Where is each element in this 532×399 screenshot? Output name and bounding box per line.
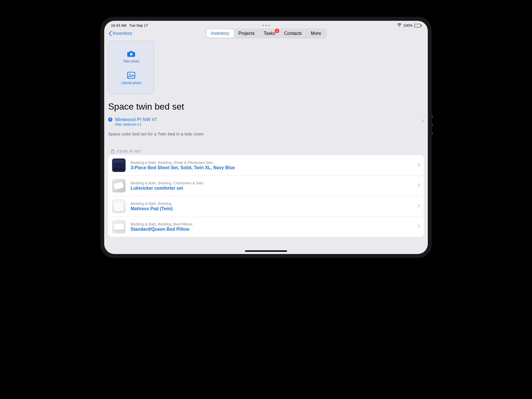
back-button[interactable]: Inventory [108,31,132,36]
battery-percent: 100% [403,23,413,28]
section-header: ITEMS IN SET [108,149,424,155]
list-item[interactable]: Bedding & Bath, Bedding Mattress Pad (Tw… [108,196,424,217]
tab-more[interactable]: More [306,29,326,38]
item-category: Bedding & Bath, Bedding, Sheet & Pillowc… [131,160,413,165]
tasks-badge: 1 [274,29,279,33]
chevron-left-icon [108,31,112,36]
list-item[interactable]: Bedding & Bath, Bedding, Bed Pillows Sta… [108,217,424,237]
segmented-control: Inventory Projects Tasks 1 Contacts More [206,28,326,38]
items-list: Bedding & Bath, Bedding, Sheet & Pillowc… [108,155,424,237]
status-time: 10:43 AM [111,23,126,28]
chevron-right-icon [418,204,420,209]
item-description: Space color bed set for a Twin bed in a … [108,132,424,137]
take-photo-button[interactable]: Take photo [123,50,140,63]
status-date: Tue Sep 17 [129,23,148,28]
tab-projects[interactable]: Projects [234,29,259,38]
upload-photo-label: Upload photo [121,81,141,85]
tab-inventory[interactable]: Inventory [206,29,234,38]
svg-point-1 [130,53,132,55]
screen: 10:43 AM Tue Sep 17 100% Inventory [104,21,428,254]
bag-icon [111,149,114,153]
chevron-right-icon [418,183,420,188]
item-thumbnail [112,220,126,233]
item-category: Bedding & Bath, Bedding, Bed Pillows [131,222,413,226]
nav-bar: Inventory Inventory Projects Tasks 1 Con… [104,29,428,39]
status-bar: 10:43 AM Tue Sep 17 100% [104,21,428,29]
device-side-buttons [432,115,433,140]
item-thumbnail [112,158,126,172]
list-item[interactable]: Bedding & Bath, Bedding, Sheet & Pillowc… [108,155,424,176]
location-primary: Mintwood Pl NW #7 [115,117,157,123]
tab-contacts[interactable]: Contacts [279,29,306,38]
wifi-icon [397,23,402,28]
image-icon [127,72,135,80]
device-frame: 10:43 AM Tue Sep 17 100% Inventory [100,17,432,258]
chevron-right-icon [422,119,424,124]
chevron-right-icon [418,224,420,229]
back-label: Inventory [113,31,132,36]
item-name: Luktvicker comforter set [131,186,413,191]
svg-point-4 [110,120,111,121]
item-title: Space twin bed set [108,101,424,112]
list-item[interactable]: Bedding & Bath, Bedding, Comforters & Se… [108,176,424,196]
camera-icon [127,50,135,58]
item-category: Bedding & Bath, Bedding, Comforters & Se… [131,181,413,185]
take-photo-label: Take photo [123,59,140,63]
svg-rect-2 [128,72,135,78]
item-thumbnail [112,179,126,192]
item-name: Mattress Pad (Twin) [131,206,413,211]
svg-point-3 [129,74,131,75]
tab-tasks[interactable]: Tasks 1 [259,29,280,38]
location-marker-icon [108,117,112,122]
home-indicator[interactable] [245,250,287,252]
content-area: Take photo Upload photo Space twin bed s… [104,39,428,254]
location-secondary: Kids' bedroom #1 [115,123,157,126]
item-thumbnail [112,200,126,213]
location-row[interactable]: Mintwood Pl NW #7 Kids' bedroom #1 [108,117,424,126]
upload-photo-button[interactable]: Upload photo [121,72,141,85]
section-header-label: ITEMS IN SET [117,149,141,153]
svg-point-0 [399,26,400,27]
battery-icon [414,24,421,27]
photo-panel: Take photo Upload photo [108,41,154,94]
item-name: 3-Piece Bed Sheet Set, Solid, Twin XL, N… [131,165,413,170]
multitask-dots[interactable] [263,25,270,26]
item-name: Standard/Queen Bed Pillow [131,227,413,232]
chevron-right-icon [418,163,420,168]
item-category: Bedding & Bath, Bedding [131,201,413,206]
tab-tasks-label: Tasks [264,31,275,36]
